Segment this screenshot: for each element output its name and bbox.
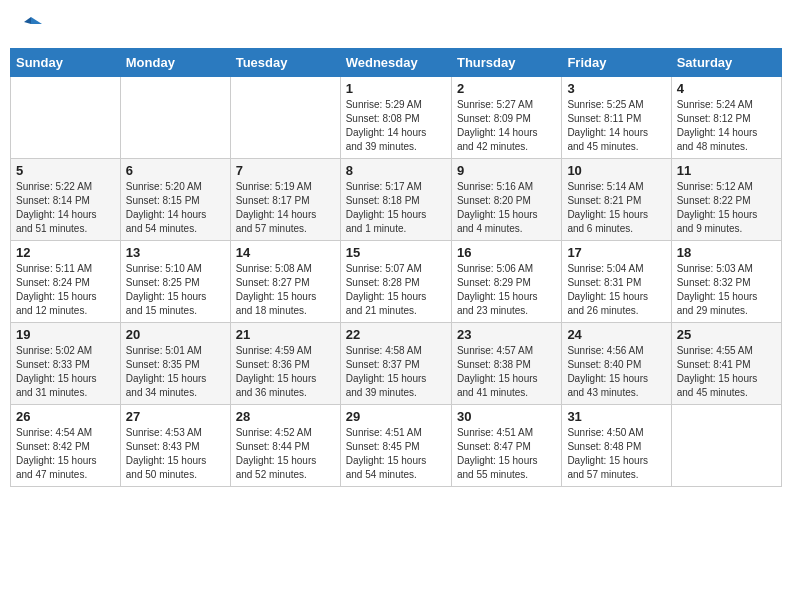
calendar-day-cell: 30Sunrise: 4:51 AM Sunset: 8:47 PM Dayli… [451,405,561,487]
calendar-day-cell: 25Sunrise: 4:55 AM Sunset: 8:41 PM Dayli… [671,323,781,405]
day-info: Sunrise: 5:19 AM Sunset: 8:17 PM Dayligh… [236,180,335,236]
calendar-day-cell: 18Sunrise: 5:03 AM Sunset: 8:32 PM Dayli… [671,241,781,323]
calendar-day-cell: 3Sunrise: 5:25 AM Sunset: 8:11 PM Daylig… [562,77,671,159]
logo-bird-icon [20,14,42,36]
calendar-day-cell: 6Sunrise: 5:20 AM Sunset: 8:15 PM Daylig… [120,159,230,241]
day-header-friday: Friday [562,49,671,77]
calendar-day-cell: 13Sunrise: 5:10 AM Sunset: 8:25 PM Dayli… [120,241,230,323]
day-number: 12 [16,245,115,260]
day-info: Sunrise: 5:06 AM Sunset: 8:29 PM Dayligh… [457,262,556,318]
day-number: 15 [346,245,446,260]
calendar-week-row: 1Sunrise: 5:29 AM Sunset: 8:08 PM Daylig… [11,77,782,159]
day-number: 1 [346,81,446,96]
day-number: 6 [126,163,225,178]
calendar-day-cell: 10Sunrise: 5:14 AM Sunset: 8:21 PM Dayli… [562,159,671,241]
day-number: 24 [567,327,665,342]
day-info: Sunrise: 5:11 AM Sunset: 8:24 PM Dayligh… [16,262,115,318]
day-info: Sunrise: 5:03 AM Sunset: 8:32 PM Dayligh… [677,262,776,318]
day-number: 21 [236,327,335,342]
day-number: 11 [677,163,776,178]
calendar-day-cell: 29Sunrise: 4:51 AM Sunset: 8:45 PM Dayli… [340,405,451,487]
day-info: Sunrise: 5:08 AM Sunset: 8:27 PM Dayligh… [236,262,335,318]
day-info: Sunrise: 4:51 AM Sunset: 8:45 PM Dayligh… [346,426,446,482]
day-number: 8 [346,163,446,178]
day-number: 4 [677,81,776,96]
calendar-day-cell: 27Sunrise: 4:53 AM Sunset: 8:43 PM Dayli… [120,405,230,487]
day-info: Sunrise: 5:25 AM Sunset: 8:11 PM Dayligh… [567,98,665,154]
day-info: Sunrise: 5:27 AM Sunset: 8:09 PM Dayligh… [457,98,556,154]
day-info: Sunrise: 4:56 AM Sunset: 8:40 PM Dayligh… [567,344,665,400]
calendar-header-row: SundayMondayTuesdayWednesdayThursdayFrid… [11,49,782,77]
day-number: 22 [346,327,446,342]
day-info: Sunrise: 5:10 AM Sunset: 8:25 PM Dayligh… [126,262,225,318]
day-number: 27 [126,409,225,424]
day-header-thursday: Thursday [451,49,561,77]
calendar-day-cell: 22Sunrise: 4:58 AM Sunset: 8:37 PM Dayli… [340,323,451,405]
calendar-week-row: 12Sunrise: 5:11 AM Sunset: 8:24 PM Dayli… [11,241,782,323]
calendar-day-cell: 31Sunrise: 4:50 AM Sunset: 8:48 PM Dayli… [562,405,671,487]
page-header [10,10,782,40]
svg-marker-1 [24,17,31,24]
calendar-day-cell: 7Sunrise: 5:19 AM Sunset: 8:17 PM Daylig… [230,159,340,241]
calendar-day-cell [230,77,340,159]
day-info: Sunrise: 5:04 AM Sunset: 8:31 PM Dayligh… [567,262,665,318]
calendar-day-cell: 21Sunrise: 4:59 AM Sunset: 8:36 PM Dayli… [230,323,340,405]
calendar-day-cell: 14Sunrise: 5:08 AM Sunset: 8:27 PM Dayli… [230,241,340,323]
calendar-day-cell: 2Sunrise: 5:27 AM Sunset: 8:09 PM Daylig… [451,77,561,159]
calendar-day-cell: 20Sunrise: 5:01 AM Sunset: 8:35 PM Dayli… [120,323,230,405]
calendar-day-cell: 19Sunrise: 5:02 AM Sunset: 8:33 PM Dayli… [11,323,121,405]
calendar-day-cell: 5Sunrise: 5:22 AM Sunset: 8:14 PM Daylig… [11,159,121,241]
day-info: Sunrise: 5:24 AM Sunset: 8:12 PM Dayligh… [677,98,776,154]
logo [18,14,42,36]
calendar-day-cell: 9Sunrise: 5:16 AM Sunset: 8:20 PM Daylig… [451,159,561,241]
day-header-monday: Monday [120,49,230,77]
day-number: 3 [567,81,665,96]
day-info: Sunrise: 5:22 AM Sunset: 8:14 PM Dayligh… [16,180,115,236]
calendar-day-cell: 26Sunrise: 4:54 AM Sunset: 8:42 PM Dayli… [11,405,121,487]
day-info: Sunrise: 4:50 AM Sunset: 8:48 PM Dayligh… [567,426,665,482]
calendar-day-cell: 11Sunrise: 5:12 AM Sunset: 8:22 PM Dayli… [671,159,781,241]
day-number: 19 [16,327,115,342]
day-header-sunday: Sunday [11,49,121,77]
day-info: Sunrise: 5:12 AM Sunset: 8:22 PM Dayligh… [677,180,776,236]
calendar-day-cell: 8Sunrise: 5:17 AM Sunset: 8:18 PM Daylig… [340,159,451,241]
day-info: Sunrise: 4:53 AM Sunset: 8:43 PM Dayligh… [126,426,225,482]
calendar-day-cell: 24Sunrise: 4:56 AM Sunset: 8:40 PM Dayli… [562,323,671,405]
day-number: 18 [677,245,776,260]
day-info: Sunrise: 5:01 AM Sunset: 8:35 PM Dayligh… [126,344,225,400]
day-number: 29 [346,409,446,424]
calendar-day-cell [671,405,781,487]
calendar-day-cell [120,77,230,159]
day-info: Sunrise: 4:59 AM Sunset: 8:36 PM Dayligh… [236,344,335,400]
day-number: 7 [236,163,335,178]
day-number: 17 [567,245,665,260]
day-info: Sunrise: 4:54 AM Sunset: 8:42 PM Dayligh… [16,426,115,482]
calendar-day-cell: 1Sunrise: 5:29 AM Sunset: 8:08 PM Daylig… [340,77,451,159]
day-number: 31 [567,409,665,424]
day-number: 9 [457,163,556,178]
day-number: 28 [236,409,335,424]
day-info: Sunrise: 5:02 AM Sunset: 8:33 PM Dayligh… [16,344,115,400]
calendar-week-row: 19Sunrise: 5:02 AM Sunset: 8:33 PM Dayli… [11,323,782,405]
calendar-table: SundayMondayTuesdayWednesdayThursdayFrid… [10,48,782,487]
calendar-day-cell: 12Sunrise: 5:11 AM Sunset: 8:24 PM Dayli… [11,241,121,323]
day-number: 5 [16,163,115,178]
day-info: Sunrise: 4:52 AM Sunset: 8:44 PM Dayligh… [236,426,335,482]
day-info: Sunrise: 5:14 AM Sunset: 8:21 PM Dayligh… [567,180,665,236]
calendar-week-row: 26Sunrise: 4:54 AM Sunset: 8:42 PM Dayli… [11,405,782,487]
calendar-day-cell: 4Sunrise: 5:24 AM Sunset: 8:12 PM Daylig… [671,77,781,159]
day-info: Sunrise: 4:55 AM Sunset: 8:41 PM Dayligh… [677,344,776,400]
day-number: 30 [457,409,556,424]
day-header-saturday: Saturday [671,49,781,77]
day-header-tuesday: Tuesday [230,49,340,77]
svg-marker-0 [31,17,42,24]
calendar-day-cell [11,77,121,159]
day-number: 23 [457,327,556,342]
day-number: 10 [567,163,665,178]
calendar-day-cell: 16Sunrise: 5:06 AM Sunset: 8:29 PM Dayli… [451,241,561,323]
calendar-day-cell: 17Sunrise: 5:04 AM Sunset: 8:31 PM Dayli… [562,241,671,323]
day-number: 13 [126,245,225,260]
day-number: 25 [677,327,776,342]
day-info: Sunrise: 4:58 AM Sunset: 8:37 PM Dayligh… [346,344,446,400]
day-info: Sunrise: 5:20 AM Sunset: 8:15 PM Dayligh… [126,180,225,236]
